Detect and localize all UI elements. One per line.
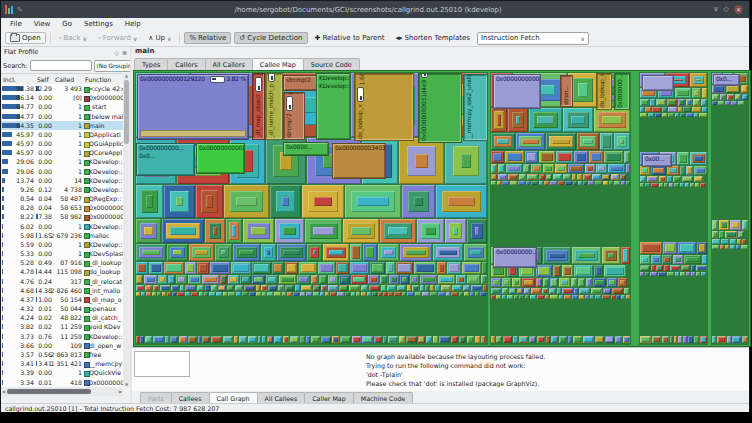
treemap-block[interactable]	[167, 244, 188, 261]
treemap-block[interactable]	[645, 272, 649, 276]
treemap-block[interactable]	[725, 231, 737, 238]
treemap-block[interactable]	[603, 288, 611, 294]
dock-close-icon[interactable]: ⊗	[122, 49, 127, 56]
treemap-block[interactable]	[686, 113, 693, 117]
treemap-block[interactable]	[604, 151, 623, 163]
treemap-block[interactable]	[608, 164, 625, 173]
treemap-block[interactable]	[572, 295, 578, 299]
treemap-block[interactable]	[616, 295, 620, 299]
treemap-block[interactable]	[491, 278, 501, 287]
treemap-block[interactable]	[673, 255, 683, 264]
treemap-block[interactable]	[162, 219, 204, 243]
treemap-block[interactable]	[301, 285, 312, 291]
treemap-block[interactable]	[256, 292, 261, 296]
treemap-block[interactable]	[505, 151, 524, 163]
table-row[interactable]: 3.570.562 863 813free	[1, 350, 123, 359]
treemap-block[interactable]	[531, 181, 538, 185]
treemap-region[interactable]: 0x0000000000129220 3.82 %	[137, 74, 249, 140]
treemap-block[interactable]	[602, 174, 610, 180]
treemap-region[interactable]: 0x00...	[642, 154, 672, 167]
treemap-block[interactable]	[578, 278, 585, 287]
treemap-block[interactable]	[640, 113, 647, 117]
treemap-block[interactable]	[438, 292, 445, 296]
treemap-block[interactable]	[483, 285, 487, 291]
open-button[interactable]: Open	[5, 32, 46, 44]
treemap-block[interactable]	[651, 255, 661, 264]
treemap-block[interactable]	[712, 245, 719, 249]
treemap-block[interactable]	[735, 94, 741, 100]
table-row[interactable]: 45.970.001QCoreAppl	[1, 148, 123, 157]
treemap-block[interactable]	[645, 107, 651, 112]
treemap-block[interactable]	[720, 245, 724, 249]
tab-all-callees[interactable]: All Callees	[257, 392, 306, 403]
treemap-block[interactable]	[591, 288, 602, 294]
treemap-block[interactable]	[388, 292, 393, 296]
treemap-block[interactable]	[267, 292, 273, 296]
maximize-button[interactable]: ◇	[724, 6, 729, 13]
treemap-block[interactable]	[640, 107, 644, 112]
treemap-block[interactable]	[618, 278, 627, 287]
treemap-block[interactable]	[696, 272, 700, 276]
treemap-block[interactable]	[282, 292, 286, 296]
treemap-block[interactable]	[525, 151, 538, 163]
treemap-block[interactable]	[537, 295, 544, 299]
treemap-block[interactable]	[595, 295, 601, 299]
treemap-block[interactable]	[583, 181, 587, 185]
treemap-block[interactable]	[248, 336, 257, 343]
treemap-block[interactable]	[738, 101, 744, 105]
treemap-block[interactable]	[577, 174, 582, 180]
treemap-block[interactable]	[339, 285, 348, 291]
treemap-block[interactable]	[684, 255, 701, 264]
treemap-block[interactable]	[306, 292, 312, 296]
treemap-block[interactable]	[559, 336, 567, 343]
scroll-left-icon[interactable]: ◀	[2, 389, 5, 394]
table-row[interactable]: 5.981.652 679 236malloc	[1, 231, 123, 240]
treemap-block[interactable]	[380, 219, 416, 243]
tab-callees[interactable]: Callees	[171, 392, 210, 403]
minimize-button[interactable]: ∨	[713, 6, 718, 13]
table-row[interactable]: 86.140.00(0)0x0000000	[1, 93, 123, 102]
treemap-block[interactable]	[165, 336, 169, 343]
treemap-block[interactable]	[180, 285, 184, 291]
treemap-block[interactable]	[425, 285, 429, 291]
call-graph-canvas[interactable]	[134, 351, 190, 377]
treemap-block[interactable]	[262, 292, 266, 296]
treemap-block[interactable]	[651, 265, 655, 271]
treemap-block[interactable]	[145, 336, 152, 343]
treemap-block[interactable]	[712, 101, 717, 105]
forward-button[interactable]: › Forward∨	[94, 33, 141, 43]
treemap-block[interactable]	[313, 285, 320, 291]
treemap-block[interactable]	[467, 336, 474, 343]
treemap-block[interactable]	[136, 185, 163, 218]
scroll-down-icon[interactable]: ▼	[123, 382, 130, 387]
treemap-block[interactable]	[152, 292, 156, 296]
treemap-region[interactable]: 0x00000000031d4e0 1.28 %	[418, 73, 462, 143]
treemap-block[interactable]	[275, 219, 304, 243]
treemap-block[interactable]	[650, 99, 655, 106]
treemap-block[interactable]	[261, 244, 276, 261]
treemap-block[interactable]	[430, 292, 437, 296]
treemap-block[interactable]	[568, 336, 572, 343]
treemap-block[interactable]	[363, 244, 377, 261]
treemap-block[interactable]	[337, 292, 344, 296]
treemap-block[interactable]	[658, 272, 666, 276]
treemap-block[interactable]	[611, 295, 615, 299]
treemap-block[interactable]	[463, 285, 470, 291]
treemap-block[interactable]	[675, 272, 679, 276]
up-button[interactable]: ∧ Up∨	[144, 33, 175, 43]
treemap-block[interactable]	[402, 292, 406, 296]
treemap-block[interactable]	[604, 265, 626, 277]
treemap-block[interactable]	[278, 285, 284, 291]
treemap-block[interactable]	[550, 278, 558, 287]
menu-item-file[interactable]: File	[5, 19, 27, 29]
treemap-block[interactable]	[558, 181, 564, 185]
treemap-region[interactable]: 0x00000000...	[493, 247, 537, 268]
treemap-block[interactable]	[491, 108, 507, 132]
treemap-block[interactable]	[543, 164, 554, 173]
treemap-block[interactable]	[678, 99, 685, 106]
treemap-block[interactable]	[742, 94, 748, 100]
treemap-block[interactable]	[588, 181, 594, 185]
treemap-block[interactable]	[579, 295, 584, 299]
treemap-block[interactable]	[525, 295, 529, 299]
treemap-block[interactable]	[330, 292, 336, 296]
